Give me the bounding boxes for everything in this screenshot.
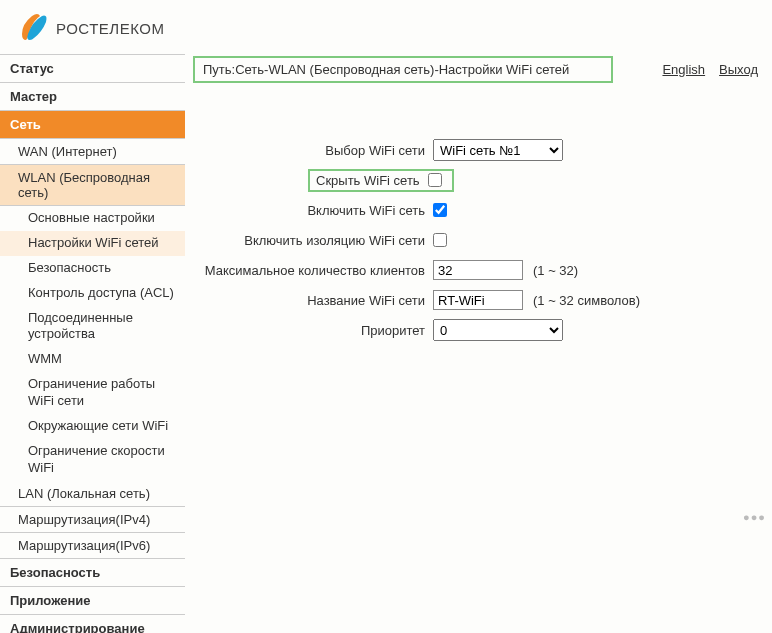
select-priority[interactable]: 0	[433, 319, 563, 341]
link-logout[interactable]: Выход	[719, 62, 758, 77]
nav-security[interactable]: Безопасность	[0, 559, 185, 587]
breadcrumb: Путь:Сеть-WLAN (Беспроводная сеть)-Настр…	[193, 56, 613, 83]
brand-text: РОСТЕЛЕКОМ	[56, 20, 164, 37]
nav-administration[interactable]: Администрирование	[0, 615, 185, 633]
nav-routing-ipv6[interactable]: Маршрутизация(IPv6)	[0, 533, 185, 559]
label-enable-wifi: Включить WiFi сеть	[193, 203, 433, 218]
rostelecom-logo-icon	[20, 10, 48, 46]
nav-wlan-wifi-settings[interactable]: Настройки WiFi сетей	[0, 231, 185, 256]
nav-application[interactable]: Приложение	[0, 587, 185, 615]
input-max-clients[interactable]	[433, 260, 523, 280]
link-english[interactable]: English	[662, 62, 705, 77]
checkbox-isolate-wifi[interactable]	[433, 233, 447, 247]
nav-wlan-wmm[interactable]: WMM	[0, 347, 185, 372]
nav-wlan-restrict[interactable]: Ограничение работы WiFi сети	[0, 372, 185, 414]
nav-wlan-devices[interactable]: Подсоединенные устройства	[0, 306, 185, 348]
hint-ssid: (1 ~ 32 символов)	[533, 293, 640, 308]
nav-wan[interactable]: WAN (Интернет)	[0, 139, 185, 165]
nav-status[interactable]: Статус	[0, 55, 185, 83]
nav-lan[interactable]: LAN (Локальная сеть)	[0, 481, 185, 507]
wifi-settings-form: Выбор WiFi сети WiFi сеть №1 Скрыть WiFi…	[193, 138, 764, 342]
content: Путь:Сеть-WLAN (Беспроводная сеть)-Настр…	[185, 54, 772, 633]
nav-wlan[interactable]: WLAN (Беспроводная сеть)	[0, 165, 185, 206]
hint-max-clients: (1 ~ 32)	[533, 263, 578, 278]
nav-wlan-acl[interactable]: Контроль доступа (ACL)	[0, 281, 185, 306]
label-max-clients: Максимальное количество клиентов	[193, 263, 433, 278]
select-wifi-network[interactable]: WiFi сеть №1	[433, 139, 563, 161]
sidebar: Статус Мастер Сеть WAN (Интернет) WLAN (…	[0, 54, 185, 633]
checkbox-enable-wifi[interactable]	[433, 203, 447, 217]
header: РОСТЕЛЕКОМ	[0, 0, 772, 54]
label-ssid: Название WiFi сети	[193, 293, 433, 308]
logo: РОСТЕЛЕКОМ	[20, 10, 164, 46]
input-ssid[interactable]	[433, 290, 523, 310]
nav-wlan-basic[interactable]: Основные настройки	[0, 206, 185, 231]
nav-routing-ipv4[interactable]: Маршрутизация(IPv4)	[0, 507, 185, 533]
highlight-hide-wifi: Скрыть WiFi сеть	[308, 169, 454, 192]
label-isolate-wifi: Включить изоляцию WiFi сети	[193, 233, 433, 248]
label-priority: Приоритет	[193, 323, 433, 338]
decoration-dots: ●●●	[743, 511, 766, 523]
checkbox-hide-wifi[interactable]	[428, 173, 442, 187]
nav-wlan-security[interactable]: Безопасность	[0, 256, 185, 281]
nav-wlan-speed[interactable]: Ограничение скорости WiFi	[0, 439, 185, 481]
nav-network[interactable]: Сеть	[0, 111, 185, 139]
label-select-wifi: Выбор WiFi сети	[193, 143, 433, 158]
nav-wlan-surround[interactable]: Окружающие сети WiFi	[0, 414, 185, 439]
label-hide-wifi: Скрыть WiFi сеть	[316, 173, 428, 188]
nav-wizard[interactable]: Мастер	[0, 83, 185, 111]
